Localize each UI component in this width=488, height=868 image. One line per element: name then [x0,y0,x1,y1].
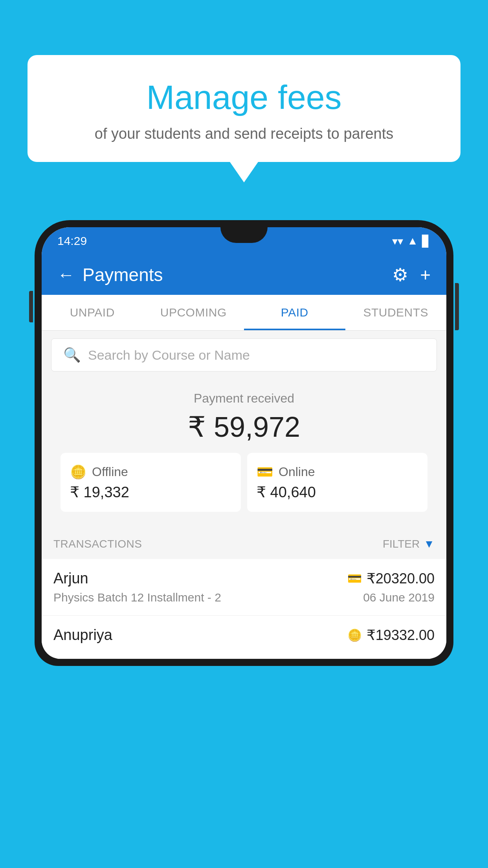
online-icon: 💳 [257,464,273,480]
payment-total-amount: ₹ 59,972 [51,410,437,443]
transaction-bottom-arjun: Physics Batch 12 Installment - 2 06 June… [53,591,435,604]
tab-paid[interactable]: PAID [244,295,345,330]
tab-unpaid[interactable]: UNPAID [42,295,143,330]
transaction-amount-wrap: 💳 ₹20320.00 [347,570,435,587]
tab-students[interactable]: STUDENTS [345,295,447,330]
transaction-top-arjun: Arjun 💳 ₹20320.00 [53,570,435,587]
transaction-name: Anupriya [53,627,112,644]
phone-side-button-left [29,291,33,322]
search-input[interactable]: Search by Course or Name [88,348,250,363]
battery-icon: ▊ [422,235,431,248]
filter-icon: ▼ [424,538,435,550]
offline-label: Offline [92,465,128,479]
offline-card-top: 🪙 Offline [70,464,128,480]
offline-card: 🪙 Offline ₹ 19,332 [61,453,241,512]
card-icon: 💳 [347,572,362,585]
signal-icon: ▲ [407,235,418,247]
bubble-subtitle: of your students and send receipts to pa… [51,125,437,142]
speech-bubble-section: Manage fees of your students and send re… [28,55,460,162]
transaction-course: Physics Batch 12 Installment - 2 [53,591,221,604]
transaction-amount: ₹20320.00 [367,570,435,587]
transaction-top-anupriya: Anupriya 🪙 ₹19332.00 [53,627,435,644]
back-button[interactable]: ← [57,265,75,285]
transaction-date: 06 June 2019 [363,591,435,604]
transaction-amount-wrap-2: 🪙 ₹19332.00 [347,627,435,644]
header-right: ⚙ + [392,264,431,285]
filter-button[interactable]: FILTER ▼ [383,538,435,550]
offline-icon: 🪙 [70,464,86,480]
table-row[interactable]: Anupriya 🪙 ₹19332.00 [42,616,446,659]
phone-mockup: 14:29 ▾▾ ▲ ▊ ← Payments ⚙ + [35,220,453,868]
status-time: 14:29 [57,234,87,248]
search-bar[interactable]: 🔍 Search by Course or Name [51,338,437,371]
payment-cards-row: 🪙 Offline ₹ 19,332 💳 Online ₹ 40,640 [51,453,437,521]
app-header: ← Payments ⚙ + [42,255,446,295]
header-left: ← Payments [57,264,163,285]
online-label: Online [279,465,315,479]
transactions-header: TRANSACTIONS FILTER ▼ [42,529,446,559]
search-container: 🔍 Search by Course or Name [42,331,446,379]
tab-upcoming[interactable]: UPCOMING [143,295,244,330]
phone-side-button-right [455,283,459,330]
tabs-container: UNPAID UPCOMING PAID STUDENTS [42,295,446,331]
filter-label: FILTER [383,538,420,550]
gear-icon[interactable]: ⚙ [392,264,408,285]
transaction-name: Arjun [53,570,88,587]
phone-outer: 14:29 ▾▾ ▲ ▊ ← Payments ⚙ + [35,220,453,666]
bubble-title: Manage fees [51,79,437,116]
wifi-icon: ▾▾ [392,235,403,248]
transaction-amount-2: ₹19332.00 [367,627,435,644]
page-title: Payments [83,264,163,285]
online-amount: ₹ 40,640 [257,484,316,501]
status-icons: ▾▾ ▲ ▊ [392,235,431,248]
add-button[interactable]: + [420,264,431,285]
offline-amount: ₹ 19,332 [70,484,129,501]
table-row[interactable]: Arjun 💳 ₹20320.00 Physics Batch 12 Insta… [42,559,446,616]
online-card-top: 💳 Online [257,464,315,480]
phone-screen: 14:29 ▾▾ ▲ ▊ ← Payments ⚙ + [42,227,446,659]
payment-received-label: Payment received [51,391,437,406]
speech-bubble: Manage fees of your students and send re… [28,55,460,162]
online-card: 💳 Online ₹ 40,640 [247,453,427,512]
payment-summary: Payment received ₹ 59,972 🪙 Offline ₹ 19… [42,379,446,529]
transactions-label: TRANSACTIONS [53,538,142,550]
cash-icon: 🪙 [347,628,362,642]
search-icon: 🔍 [63,347,81,363]
